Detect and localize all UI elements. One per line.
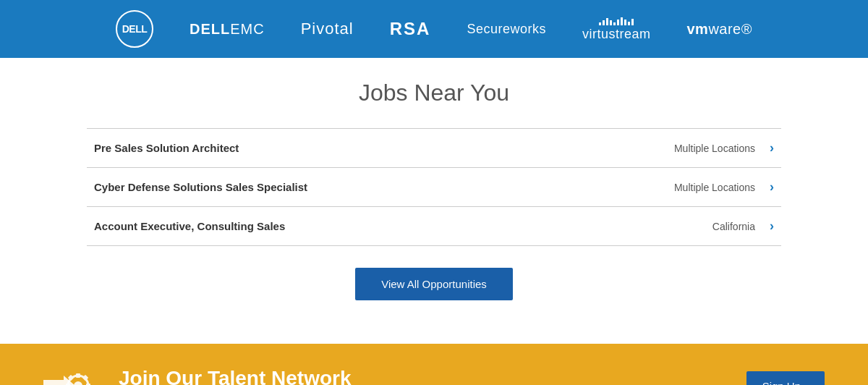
job-arrow-icon: › [770, 219, 774, 234]
job-title: Cyber Defense Solutions Sales Specialist [94, 181, 674, 193]
vmware-logo: vmware® [686, 21, 752, 38]
dellemc-logo: DELLEMC [190, 21, 265, 38]
signup-label: Sign Up [762, 380, 801, 386]
talent-icon-svg [43, 364, 101, 385]
job-location: Multiple Locations [674, 143, 755, 154]
talent-network-icon [43, 364, 101, 385]
signup-arrow-icon: › [805, 380, 809, 386]
svg-rect-3 [76, 373, 80, 378]
job-title: Account Executive, Consulting Sales [94, 220, 712, 232]
dell-circle-logo: DELL [116, 10, 153, 48]
dell-text: DELL [190, 21, 230, 37]
virtustream-text: virtustream [582, 27, 651, 42]
talent-title: Join Our Talent Network [119, 367, 419, 385]
virtustream-logo: virtustream [582, 17, 651, 42]
pivotal-logo: Pivotal [301, 20, 354, 38]
main-content: Jobs Near You Pre Sales Solution Archite… [0, 58, 868, 337]
emc-text: EMC [230, 21, 264, 37]
page-title: Jobs Near You [87, 80, 781, 106]
secureworks-logo: Secureworks [467, 22, 546, 37]
job-arrow-icon: › [770, 179, 774, 195]
job-location: California [712, 221, 755, 232]
dell-circle-text: DELL [122, 23, 148, 35]
jobs-list: Pre Sales Solution Architect Multiple Lo… [87, 128, 781, 246]
job-arrow-icon: › [770, 140, 774, 156]
job-location: Multiple Locations [674, 182, 755, 193]
talent-banner: Join Our Talent Network Receive alerts w… [0, 344, 868, 385]
vm-text: vm [686, 21, 708, 37]
svg-point-2 [74, 381, 82, 385]
virtustream-bars [599, 17, 634, 25]
signup-button[interactable]: Sign Up › [746, 371, 825, 386]
view-all-button[interactable]: View All Opportunities [355, 268, 513, 300]
talent-text-block: Join Our Talent Network Receive alerts w… [119, 367, 419, 385]
cta-container: View All Opportunities [87, 268, 781, 300]
ware-text: ware® [708, 21, 752, 37]
job-row[interactable]: Cyber Defense Solutions Sales Specialist… [87, 168, 781, 207]
rsa-logo: RSA [390, 19, 431, 39]
header: DELL DELLEMC Pivotal RSA Secureworks [0, 0, 868, 58]
talent-left-section: Join Our Talent Network Receive alerts w… [43, 364, 419, 385]
logo-bar: DELL DELLEMC Pivotal RSA Secureworks [43, 10, 825, 48]
job-row[interactable]: Account Executive, Consulting Sales Cali… [87, 207, 781, 246]
job-title: Pre Sales Solution Architect [94, 142, 674, 154]
job-row[interactable]: Pre Sales Solution Architect Multiple Lo… [87, 129, 781, 168]
